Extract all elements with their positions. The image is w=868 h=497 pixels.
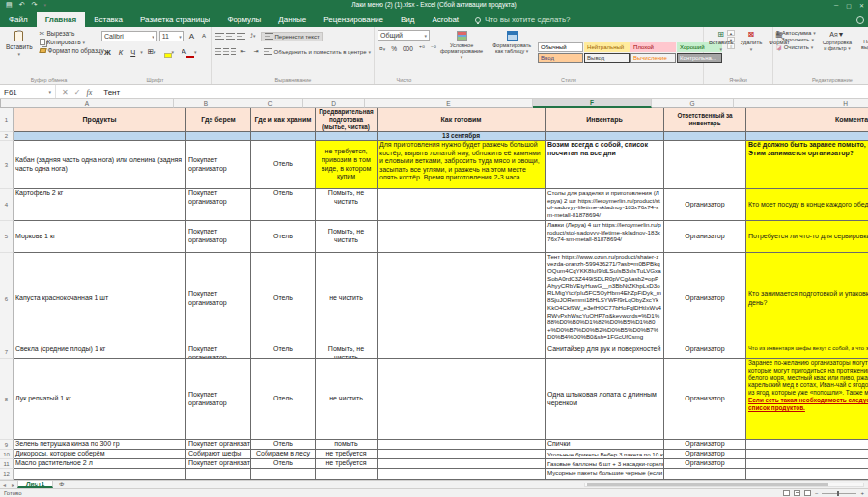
decrease-indent-icon[interactable]: ⇤ xyxy=(238,45,248,58)
ribbon-tab-Главная[interactable]: Главная xyxy=(37,12,86,27)
column-header-B[interactable]: B xyxy=(174,99,238,108)
zoom-out-icon[interactable]: − xyxy=(815,490,819,496)
cell-E6[interactable] xyxy=(378,253,546,345)
row-header-7[interactable]: 7 xyxy=(0,345,14,359)
ribbon-tab-Формулы[interactable]: Формулы xyxy=(219,12,270,27)
row-header-5[interactable]: 5 xyxy=(0,221,14,253)
copy-button[interactable]: Копировать▾ xyxy=(40,39,104,45)
cell-H6[interactable]: Кто занимается подготовкой и упаковкой п… xyxy=(746,253,868,345)
cell-B12[interactable] xyxy=(186,469,251,480)
cell-H2[interactable] xyxy=(746,132,868,141)
page-layout-icon[interactable] xyxy=(794,490,800,496)
cell-C1[interactable]: Где и как храним xyxy=(251,108,316,132)
cell-F3[interactable]: Возим всегда с собой, список посчитан на… xyxy=(546,141,664,189)
cell-D9[interactable]: помыть xyxy=(316,440,378,450)
cell-D2[interactable] xyxy=(316,132,378,141)
insert-function-icon[interactable]: fx xyxy=(86,88,92,97)
cell-A6[interactable]: Капуста краснокочанная 1 шт xyxy=(14,253,186,345)
column-header-F[interactable]: F xyxy=(533,99,652,108)
delete-cells-button[interactable]: ⊠ Удалить▾ xyxy=(738,30,764,53)
align-left-icon[interactable] xyxy=(215,48,221,55)
cell-D1[interactable]: Предварительная подготовка (мытье, чистк… xyxy=(316,108,378,132)
cell-F8[interactable]: Одна штыковая лопата с длинным черенком xyxy=(546,359,664,440)
cell-D11[interactable]: не требуется xyxy=(316,459,378,469)
cell-B8[interactable]: Покупает организатор xyxy=(186,359,251,440)
row-header-2[interactable]: 2 xyxy=(0,132,14,141)
cell-G9[interactable]: Организатор xyxy=(664,440,746,450)
cell-G10[interactable]: Организатор xyxy=(664,450,746,459)
ribbon-tab-Acrobat[interactable]: Acrobat xyxy=(424,12,468,27)
autosum-button[interactable]: ΣАвтосумма▾ xyxy=(776,30,816,36)
cell-D8[interactable]: не чистить xyxy=(316,359,378,440)
ribbon-tab-Данные[interactable]: Данные xyxy=(269,12,315,27)
column-header-G[interactable]: G xyxy=(652,99,734,108)
cell-A9[interactable]: Зелень петрушка кинза по 300 гр xyxy=(14,440,186,450)
cell-H7[interactable]: Что из инвентаря шефы везут с собой, а ч… xyxy=(746,345,868,359)
cell-F7[interactable]: Санитайзер для рук и поверхностей xyxy=(546,345,664,359)
tell-me-box[interactable]: Что вы хотите сделать? xyxy=(467,15,577,27)
cell-E5[interactable] xyxy=(378,221,546,253)
column-header-C[interactable]: C xyxy=(238,99,303,108)
font-color-icon[interactable]: А▾ xyxy=(179,45,200,59)
cell-C10[interactable]: Собираем в лесу xyxy=(251,450,316,459)
cell-C9[interactable]: Отель xyxy=(251,440,316,450)
cell-B7[interactable]: Покупает организатор xyxy=(186,345,251,359)
conditional-formatting-button[interactable]: Условное форматирование ▾ xyxy=(437,30,486,75)
find-select-button[interactable]: Найти ивыделить ▾ xyxy=(858,30,868,58)
ribbon-tab-Рецензирование[interactable]: Рецензирование xyxy=(315,12,392,27)
comma-icon[interactable]: 000 xyxy=(401,44,415,53)
ribbon-tab-Вставка[interactable]: Вставка xyxy=(85,12,131,27)
zoom-slider[interactable] xyxy=(822,493,856,494)
cell-A2[interactable] xyxy=(14,132,186,141)
cell-A7[interactable]: Свекла (средние плоды) 1 кг xyxy=(14,345,186,359)
cell-F1[interactable]: Инвентарь xyxy=(546,108,664,132)
cell-C12[interactable] xyxy=(251,469,316,480)
wrap-text-button[interactable]: Перенести текст xyxy=(261,32,323,41)
number-format-combo[interactable]: Общий▾ xyxy=(378,30,430,41)
bold-button[interactable]: Ж xyxy=(101,46,114,59)
normal-view-icon[interactable] xyxy=(783,490,790,496)
cell-H1[interactable]: Комментарии xyxy=(746,108,868,132)
cell-F2[interactable] xyxy=(546,132,664,141)
cell-F4[interactable]: Столы для разделки и приготовления (Леру… xyxy=(546,189,664,221)
cell-G5[interactable]: Организатор xyxy=(664,221,746,253)
cell-C11[interactable]: Отель xyxy=(251,459,316,469)
cell-C2[interactable] xyxy=(251,132,316,141)
underline-button[interactable]: Ч xyxy=(127,46,138,59)
align-bottom-icon[interactable] xyxy=(237,33,245,40)
cut-button[interactable]: ✂Вырезать xyxy=(40,30,104,37)
row-header-6[interactable]: 6 xyxy=(0,253,14,345)
font-size-combo[interactable]: 11▾ xyxy=(159,31,184,41)
increase-decimal-icon[interactable]: ⁺⁰ xyxy=(417,43,427,53)
cell-C7[interactable]: Отель xyxy=(251,345,316,359)
cell-E1[interactable]: Как готовим xyxy=(378,108,546,132)
align-middle-icon[interactable] xyxy=(226,33,235,40)
row-header-3[interactable]: 3 xyxy=(0,141,14,189)
row-header-9[interactable]: 9 xyxy=(0,440,14,450)
sort-filter-button[interactable]: АЯ▼ Сортировкаи фильтр ▾ xyxy=(820,30,854,58)
cell-style-chip[interactable]: Ввод xyxy=(538,53,583,63)
cell-B2[interactable] xyxy=(186,132,251,141)
cell-C8[interactable]: Отель xyxy=(251,359,316,440)
cell-A3[interactable]: Кабан (задняя часть одна нога) или олени… xyxy=(14,141,186,189)
cell-H8[interactable]: Заранее по-желанию организаторы могут за… xyxy=(746,359,868,440)
cell-H11[interactable] xyxy=(746,459,868,469)
formula-input[interactable]: Тент xyxy=(98,85,868,98)
fill-color-icon[interactable]: ▾ xyxy=(161,45,178,59)
column-header-A[interactable]: A xyxy=(1,99,174,108)
cell-H5[interactable]: Потребуется ли что-то для сервировки, ук… xyxy=(746,221,868,253)
cell-A10[interactable]: Дикоросы, которые соберём xyxy=(14,450,186,459)
row-header-11[interactable]: 11 xyxy=(0,459,14,469)
cell-H10[interactable] xyxy=(746,450,868,459)
cell-B5[interactable]: Покупает организатор xyxy=(186,221,251,253)
column-header-D[interactable]: D xyxy=(303,99,365,108)
cell-B10[interactable]: Собирают шефы xyxy=(186,450,251,459)
cell-A5[interactable]: Морковь 1 кг xyxy=(14,221,186,253)
merge-center-button[interactable]: Объединить и поместить в центре▾ xyxy=(264,48,371,55)
cell-style-chip[interactable]: Нейтральный xyxy=(584,42,630,52)
cell-D3[interactable]: не требуется, привозим в том виде, в кот… xyxy=(316,141,378,189)
cell-E10[interactable] xyxy=(378,450,546,459)
cell-G3[interactable] xyxy=(664,141,746,189)
grow-font-button[interactable]: А xyxy=(186,30,197,42)
percent-icon[interactable]: % xyxy=(389,44,399,53)
